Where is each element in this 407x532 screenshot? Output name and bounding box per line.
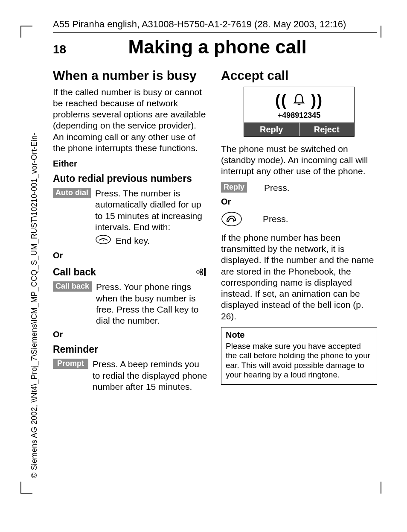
call-key-row: Press.	[221, 211, 377, 229]
network-icon	[195, 267, 206, 279]
svg-point-2	[197, 271, 199, 273]
header-rule	[53, 32, 377, 33]
svg-point-3	[200, 269, 203, 272]
display-softkeys: Reply Reject	[244, 123, 354, 136]
prompt-text: Press. A beep reminds you to redial the …	[93, 359, 209, 392]
page: © Siemens AG 2002, \\Nt4\_Proj_7\Siemens…	[0, 0, 407, 532]
heading-accept: Accept call	[221, 69, 377, 82]
end-key-row: End key.	[95, 234, 209, 247]
end-key-label: End key.	[116, 235, 150, 246]
display-reply-button[interactable]: Reply	[244, 123, 299, 136]
svg-point-7	[222, 212, 241, 226]
prompt-row: Prompt Press. A beep reminds you to redi…	[53, 359, 209, 392]
display-top: (( )) +498912345	[244, 87, 354, 123]
softkey-callback[interactable]: Call back	[53, 281, 92, 292]
softkey-reply[interactable]: Reply	[221, 182, 247, 193]
crop-mark	[20, 26, 32, 38]
or-right: Or	[221, 197, 377, 207]
content-columns: When a number is busy If the called numb…	[53, 65, 377, 396]
softkey-prompt[interactable]: Prompt	[53, 359, 88, 369]
svg-point-4	[200, 272, 203, 275]
bell-icon	[292, 92, 306, 110]
callback-row: Call back Press. Your phone rings when t…	[53, 281, 209, 326]
display-number: +498912345	[246, 111, 352, 120]
heading-callback: Call back	[53, 266, 96, 278]
crop-mark	[381, 26, 382, 38]
reply-row: Reply Press.	[221, 182, 377, 193]
call-key-icon	[221, 211, 244, 229]
or-2: Or	[53, 330, 209, 339]
accept-intro: The phone must be switched on (standby m…	[221, 143, 377, 177]
svg-point-6	[204, 268, 206, 270]
heading-reminder: Reminder	[53, 344, 209, 355]
page-number: 18	[53, 43, 66, 56]
reply-text: Press.	[251, 182, 377, 193]
svg-point-0	[96, 235, 110, 244]
right-column: Accept call (( )) +498912345 Reply Rejec…	[221, 65, 377, 396]
busy-intro: If the called number is busy or cannot b…	[53, 87, 209, 154]
header-line: A55 Piranha english, A31008-H5750-A1-2-7…	[53, 19, 377, 30]
accept-para2: If the phone number has been transmitted…	[221, 232, 377, 322]
side-copyright: © Siemens AG 2002, \\Nt4\_Proj_7\Siemens…	[30, 133, 39, 478]
display-reject-button[interactable]: Reject	[299, 123, 355, 136]
ringing-icon-row: (( ))	[246, 91, 352, 110]
heading-auto-redial: Auto redial previous numbers	[53, 173, 209, 184]
note-title: Note	[226, 330, 372, 340]
crop-mark	[20, 482, 32, 494]
page-title: Making a phone call	[79, 36, 356, 58]
call-key-text: Press.	[248, 211, 377, 225]
end-key-icon	[95, 234, 112, 247]
wave-left-icon: ((	[275, 91, 287, 109]
svg-point-1	[103, 240, 104, 241]
title-row: 18 Making a phone call	[53, 36, 377, 58]
auto-dial-text: Press. The number is automatically diall…	[95, 188, 209, 247]
auto-dial-row: Auto dial Press. The number is automatic…	[53, 188, 209, 247]
or-1: Or	[53, 251, 209, 260]
either-label: Either	[53, 159, 209, 169]
note-box: Note Please make sure you have accepted …	[221, 327, 377, 385]
left-column: When a number is busy If the called numb…	[53, 65, 209, 396]
note-text: Please make sure you have accepted the c…	[226, 342, 372, 380]
callback-text: Press. Your phone rings when the busy nu…	[96, 281, 209, 326]
auto-dial-body: Press. The number is automatically diall…	[95, 188, 202, 232]
softkey-auto-dial[interactable]: Auto dial	[53, 188, 91, 198]
callback-heading-row: Call back	[53, 265, 209, 281]
crop-mark	[381, 482, 382, 494]
heading-busy: When a number is busy	[53, 69, 209, 82]
phone-display: (( )) +498912345 Reply Reject	[244, 87, 355, 137]
wave-right-icon: ))	[311, 91, 323, 109]
